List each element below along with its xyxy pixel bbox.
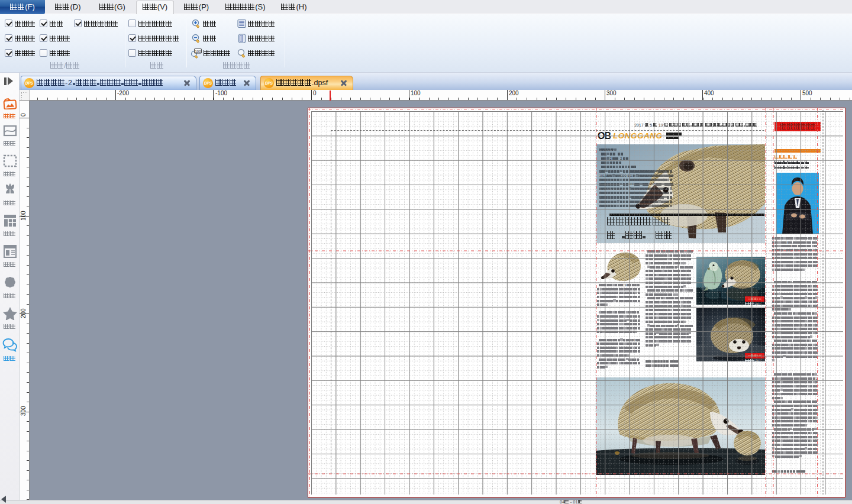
svg-text:100: 100: [195, 50, 201, 53]
